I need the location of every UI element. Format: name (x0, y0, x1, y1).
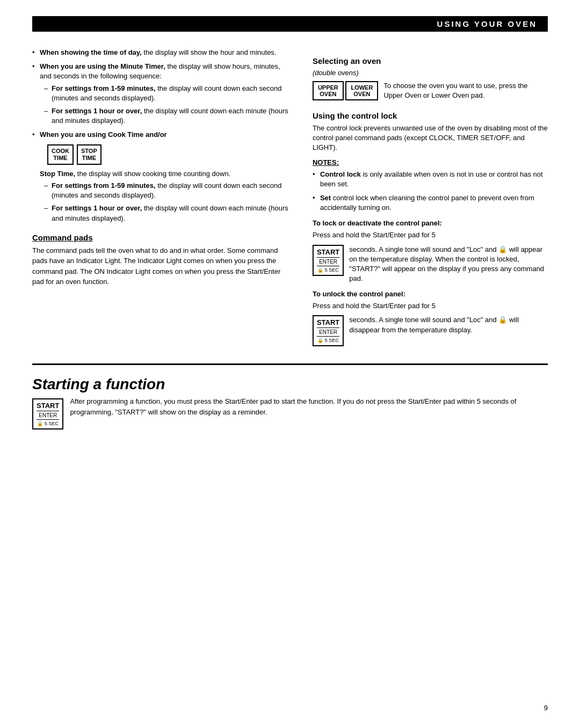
starting-enter-label: ENTER (37, 411, 59, 418)
selecting-sub: (double ovens) (313, 69, 548, 77)
unlock-start-label: START (317, 318, 339, 326)
oven-select-block: UPPEROVEN LOWEROVEN To choose the oven y… (313, 81, 548, 103)
right-column: Selecting an oven (double ovens) UPPEROV… (313, 48, 548, 351)
starting-intro: After programming a function, you must p… (70, 397, 211, 405)
unlock-enter-label: ENTER (317, 327, 339, 335)
command-pads-heading: Command pads (32, 233, 291, 242)
to-lock-label: To lock or deactivate the control panel: (313, 219, 548, 227)
starting-heading: Starting a function (32, 376, 548, 393)
starting-text: After programming a function, you must p… (70, 396, 548, 417)
lock-sec-label: 🔒 5 SEC (317, 266, 339, 273)
page: USING YOUR OVEN When showing the time of… (0, 0, 580, 728)
starting-start-btn: START ENTER 🔒 5 SEC (32, 396, 63, 429)
starting-sec-label: 🔒 5 SEC (37, 419, 59, 426)
left-column: When showing the time of day, the displa… (32, 48, 291, 351)
lock-start-button: START ENTER 🔒 5 SEC (313, 245, 344, 276)
page-number: 9 (544, 704, 548, 712)
oven-boxes: UPPEROVEN LOWEROVEN (313, 81, 378, 103)
oven-select-text: To choose the oven you want to use, pres… (383, 81, 548, 100)
stop-time-button: STOPTIME (77, 144, 102, 165)
note-1-bold: Control lock (320, 170, 361, 178)
notes-list: Control lock is only available when oven… (313, 170, 548, 213)
cook-time-bullet: When you are using Cook Time and/or COOK… (32, 130, 291, 223)
selecting-intro: To choose the oven you want to use, pres… (383, 82, 516, 90)
minute-sub-1: For settings from 1-59 minutes, the disp… (44, 84, 291, 103)
minute-sub-list: For settings from 1-59 minutes, the disp… (44, 84, 291, 126)
cook-time-bold: When you are using Cook Time and/or (40, 130, 167, 139)
cook-sub-1-bold: For settings from 1-59 minutes, (52, 181, 156, 190)
section-divider (32, 363, 548, 365)
notes-heading: NOTES: (313, 158, 548, 166)
to-lock-pre: Press and hold the Start/Enter pad for 5 (313, 230, 548, 240)
selecting-heading: Selecting an oven (313, 56, 548, 65)
to-unlock-text: seconds. A single tone will sound and "L… (349, 315, 548, 334)
upper-oven-button: UPPEROVEN (313, 81, 344, 100)
note-2-bold: Set (320, 194, 331, 202)
header-bar: USING YOUR OVEN (32, 16, 548, 32)
to-unlock-label: To unlock the control panel: (313, 290, 548, 298)
command-pads-text: The command pads tell the oven what to d… (32, 245, 291, 287)
main-content: When showing the time of day, the displa… (32, 48, 548, 351)
control-lock-heading: Using the control lock (313, 111, 548, 120)
header-title: USING YOUR OVEN (437, 19, 537, 28)
minute-sub-1-bold: For settings from 1-59 minutes, (52, 84, 156, 92)
cook-time-button: COOKTIME (47, 144, 74, 165)
minute-timer-bullet: When you are using the Minute Timer, the… (32, 62, 291, 126)
to-unlock-pre: Press and hold the Start/Enter pad for 5 (313, 301, 548, 311)
stop-time-label: Stop Time, (40, 170, 75, 178)
unlock-sec-label: 🔒 5 SEC (317, 336, 339, 343)
lock-start-label: START (317, 248, 339, 256)
starting-start-label: START (37, 402, 59, 410)
minute-sub-2-bold: For settings 1 hour or over, (52, 107, 142, 115)
starting-section: Starting a function START ENTER 🔒 5 SEC … (32, 376, 548, 429)
cook-sub-2: For settings 1 hour or over, the display… (44, 203, 291, 223)
cook-time-text: the display will show cooking time count… (77, 170, 230, 178)
unlock-start-block: START ENTER 🔒 5 SEC seconds. A single to… (313, 315, 548, 346)
to-lock-text: seconds. A single tone will sound and "L… (349, 245, 548, 284)
cook-sub-1: For settings from 1-59 minutes, the disp… (44, 181, 291, 200)
control-lock-intro: The control lock prevents unwanted use o… (313, 123, 548, 153)
time-of-day-bullet: When showing the time of day, the displa… (32, 48, 291, 57)
lock-start-block: START ENTER 🔒 5 SEC seconds. A single to… (313, 245, 548, 284)
unlock-start-button: START ENTER 🔒 5 SEC (313, 315, 344, 346)
note-1: Control lock is only available when oven… (313, 170, 548, 189)
note-2-text: control lock when cleaning the control p… (320, 194, 534, 212)
minute-sub-2: For settings 1 hour or over, the display… (44, 106, 291, 126)
starting-body: START ENTER 🔒 5 SEC After programming a … (32, 396, 548, 429)
lock-enter-label: ENTER (317, 257, 339, 265)
time-of-day-text: the display will show the hour and minut… (143, 48, 276, 56)
note-2: Set control lock when cleaning the contr… (313, 193, 548, 213)
cook-sub-2-bold: For settings 1 hour or over, (52, 204, 142, 212)
lower-oven-button: LOWEROVEN (345, 81, 378, 100)
minute-timer-bold: When you are using the Minute Timer, (40, 62, 165, 70)
top-bullets: When showing the time of day, the displa… (32, 48, 291, 223)
time-of-day-bold: When showing the time of day, (40, 48, 142, 56)
starting-button: START ENTER 🔒 5 SEC (32, 398, 63, 429)
cook-stop-buttons: COOKTIME STOPTIME (47, 144, 291, 165)
cook-sub-list: For settings from 1-59 minutes, the disp… (44, 181, 291, 223)
